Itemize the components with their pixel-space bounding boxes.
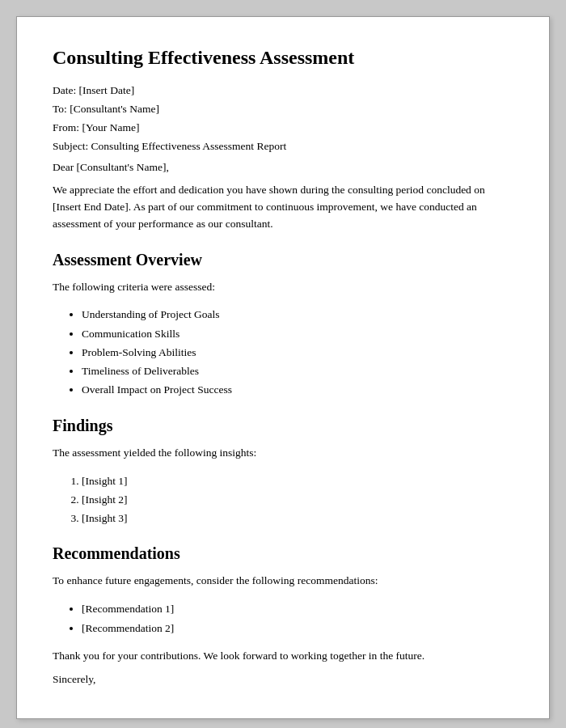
list-item: Timeliness of Deliverables: [82, 363, 513, 379]
findings-list: [Insight 1] [Insight 2] [Insight 3]: [82, 473, 513, 527]
document-title: Consulting Effectiveness Assessment: [53, 46, 513, 70]
recommendations-list: [Recommendation 1] [Recommendation 2]: [82, 601, 513, 637]
list-item: Problem-Solving Abilities: [82, 345, 513, 361]
date-line: Date: [Insert Date]: [53, 84, 513, 97]
list-item: [Recommendation 1]: [82, 601, 513, 617]
findings-heading: Findings: [53, 417, 513, 435]
list-item: [Recommendation 2]: [82, 620, 513, 637]
list-item: Overall Impact on Project Success: [82, 382, 513, 398]
document-container: Consulting Effectiveness Assessment Date…: [16, 16, 550, 719]
list-item: Understanding of Project Goals: [82, 307, 513, 323]
list-item: [Insight 3]: [82, 510, 513, 527]
list-item: [Insight 2]: [82, 492, 513, 508]
from-line: From: [Your Name]: [53, 121, 513, 134]
findings-intro: The assessment yielded the following ins…: [53, 445, 513, 462]
subject-line: Subject: Consulting Effectiveness Assess…: [53, 140, 513, 153]
list-item: [Insight 1]: [82, 473, 513, 489]
sincerely-text: Sincerely,: [53, 673, 513, 686]
thank-you-text: Thank you for your contributions. We loo…: [53, 648, 513, 665]
list-item: Communication Skills: [82, 326, 513, 342]
intro-paragraph: We appreciate the effort and dedication …: [53, 182, 513, 233]
to-line: To: [Consultant's Name]: [53, 103, 513, 116]
recommendations-heading: Recommendations: [53, 544, 513, 563]
assessment-intro: The following criteria were assessed:: [53, 279, 513, 296]
criteria-list: Understanding of Project Goals Communica…: [82, 307, 513, 398]
greeting: Dear [Consultant's Name],: [53, 161, 513, 174]
recommendations-intro: To enhance future engagements, consider …: [53, 573, 513, 590]
assessment-heading: Assessment Overview: [53, 251, 513, 269]
